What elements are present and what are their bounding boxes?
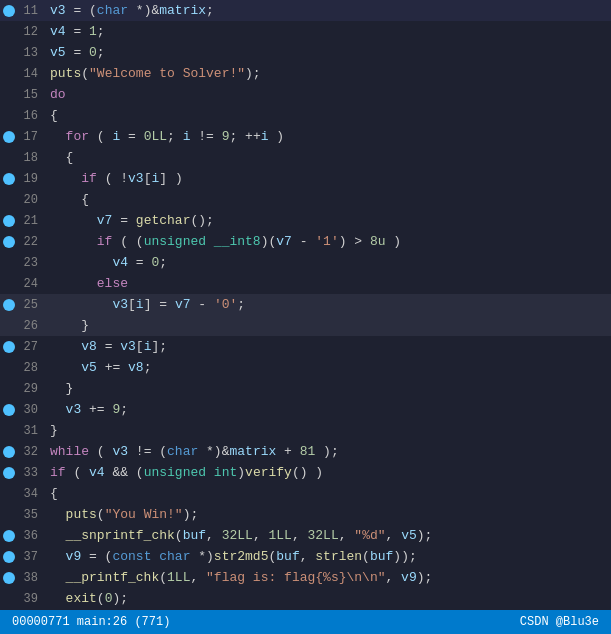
empty-dot[interactable] (3, 26, 15, 38)
empty-dot[interactable] (3, 593, 15, 605)
table-row: 26 } (0, 315, 611, 336)
line-number: 30 (18, 403, 50, 417)
empty-dot[interactable] (3, 362, 15, 374)
line-number: 13 (18, 46, 50, 60)
empty-dot[interactable] (3, 509, 15, 521)
empty-dot[interactable] (3, 194, 15, 206)
empty-dot[interactable] (3, 257, 15, 269)
table-row: 13v5 = 0; (0, 42, 611, 63)
code-editor: 11v3 = (char *)&matrix;12v4 = 1;13v5 = 0… (0, 0, 611, 610)
table-row: 35 puts("You Win!"); (0, 504, 611, 525)
line-number: 26 (18, 319, 50, 333)
table-row: 33if ( v4 && (unsigned int)verify() ) (0, 462, 611, 483)
table-row: 11v3 = (char *)&matrix; (0, 0, 611, 21)
table-row: 40} (0, 609, 611, 610)
table-row: 24 else (0, 273, 611, 294)
status-bar: 00000771 main:26 (771) CSDN @Blu3e (0, 610, 611, 634)
table-row: 14puts("Welcome to Solver!"); (0, 63, 611, 84)
line-number: 38 (18, 571, 50, 585)
empty-dot[interactable] (3, 320, 15, 332)
line-number: 21 (18, 214, 50, 228)
line-content: puts("You Win!"); (50, 507, 603, 522)
table-row: 20 { (0, 189, 611, 210)
empty-dot[interactable] (3, 110, 15, 122)
line-number: 19 (18, 172, 50, 186)
line-content: v3[i] = v7 - '0'; (50, 297, 603, 312)
empty-dot[interactable] (3, 89, 15, 101)
line-content: for ( i = 0LL; i != 9; ++i ) (50, 129, 603, 144)
empty-dot[interactable] (3, 152, 15, 164)
line-content: { (50, 108, 603, 123)
line-number: 33 (18, 466, 50, 480)
breakpoint-dot[interactable] (3, 299, 15, 311)
line-content: v4 = 0; (50, 255, 603, 270)
empty-dot[interactable] (3, 383, 15, 395)
table-row: 29 } (0, 378, 611, 399)
breakpoint-dot[interactable] (3, 236, 15, 248)
line-number: 34 (18, 487, 50, 501)
line-content: v5 += v8; (50, 360, 603, 375)
line-content: { (50, 150, 603, 165)
breakpoint-dot[interactable] (3, 5, 15, 17)
table-row: 17 for ( i = 0LL; i != 9; ++i ) (0, 126, 611, 147)
line-number: 11 (18, 4, 50, 18)
line-number: 36 (18, 529, 50, 543)
line-number: 14 (18, 67, 50, 81)
table-row: 18 { (0, 147, 611, 168)
table-row: 32while ( v3 != (char *)&matrix + 81 ); (0, 441, 611, 462)
line-content: v3 = (char *)&matrix; (50, 3, 603, 18)
line-number: 12 (18, 25, 50, 39)
breakpoint-dot[interactable] (3, 572, 15, 584)
table-row: 19 if ( !v3[i] ) (0, 168, 611, 189)
line-content: { (50, 192, 603, 207)
table-row: 34{ (0, 483, 611, 504)
table-row: 30 v3 += 9; (0, 399, 611, 420)
breakpoint-dot[interactable] (3, 341, 15, 353)
table-row: 27 v8 = v3[i]; (0, 336, 611, 357)
table-row: 37 v9 = (const char *)str2md5(buf, strle… (0, 546, 611, 567)
line-number: 39 (18, 592, 50, 606)
line-content: } (50, 318, 603, 333)
line-number: 31 (18, 424, 50, 438)
line-content: do (50, 87, 603, 102)
table-row: 36 __snprintf_chk(buf, 32LL, 1LL, 32LL, … (0, 525, 611, 546)
breakpoint-dot[interactable] (3, 173, 15, 185)
line-number: 25 (18, 298, 50, 312)
line-number: 27 (18, 340, 50, 354)
line-content: v7 = getchar(); (50, 213, 603, 228)
line-content: puts("Welcome to Solver!"); (50, 66, 603, 81)
line-content: if ( !v3[i] ) (50, 171, 603, 186)
line-content: v4 = 1; (50, 24, 603, 39)
line-number: 18 (18, 151, 50, 165)
empty-dot[interactable] (3, 47, 15, 59)
table-row: 31} (0, 420, 611, 441)
table-row: 21 v7 = getchar(); (0, 210, 611, 231)
line-number: 24 (18, 277, 50, 291)
table-row: 38 __printf_chk(1LL, "flag is: flag{%s}\… (0, 567, 611, 588)
line-content: } (50, 381, 603, 396)
line-content: v8 = v3[i]; (50, 339, 603, 354)
breakpoint-dot[interactable] (3, 131, 15, 143)
breakpoint-dot[interactable] (3, 404, 15, 416)
line-number: 35 (18, 508, 50, 522)
breakpoint-dot[interactable] (3, 215, 15, 227)
line-number: 32 (18, 445, 50, 459)
line-content: if ( v4 && (unsigned int)verify() ) (50, 465, 603, 480)
table-row: 39 exit(0); (0, 588, 611, 609)
line-number: 15 (18, 88, 50, 102)
line-content: } (50, 423, 603, 438)
empty-dot[interactable] (3, 68, 15, 80)
breakpoint-dot[interactable] (3, 446, 15, 458)
breakpoint-dot[interactable] (3, 530, 15, 542)
status-left: 00000771 main:26 (771) (12, 615, 170, 629)
empty-dot[interactable] (3, 278, 15, 290)
empty-dot[interactable] (3, 488, 15, 500)
breakpoint-dot[interactable] (3, 551, 15, 563)
line-content: else (50, 276, 603, 291)
line-number: 23 (18, 256, 50, 270)
line-content: exit(0); (50, 591, 603, 606)
line-content: v9 = (const char *)str2md5(buf, strlen(b… (50, 549, 603, 564)
breakpoint-dot[interactable] (3, 467, 15, 479)
empty-dot[interactable] (3, 425, 15, 437)
line-content: __snprintf_chk(buf, 32LL, 1LL, 32LL, "%d… (50, 528, 603, 543)
